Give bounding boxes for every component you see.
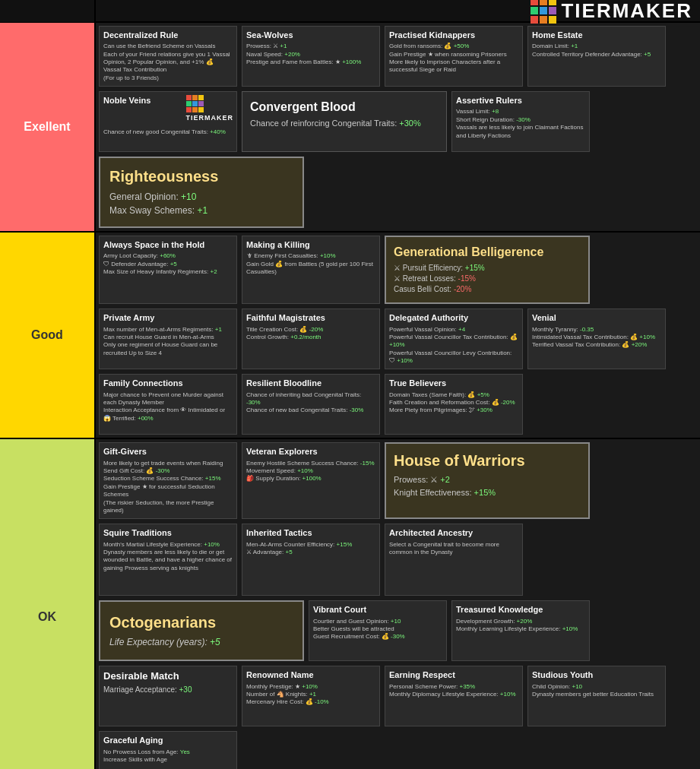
card-title: Architected Ancestry	[389, 528, 518, 538]
header-logo-bg	[0, 0, 96, 22]
card-body: Vassal Limit: +8 Short Reign Duration: -…	[456, 108, 585, 140]
tier-label-text-excellent: Exellent	[24, 119, 70, 135]
card-home-estate: Home Estate Domain Limit: +1 Controlled …	[527, 26, 666, 87]
card-body: Chance of new good Congenital Traits: +4…	[103, 128, 233, 136]
card-title: Righteousness	[109, 167, 293, 185]
card-body: General Opinion: +10 Max Sway Schemes: +…	[109, 190, 293, 217]
card-title: Graceful Aging	[103, 736, 233, 745]
card-body: Major chance to Prevent one Murder again…	[103, 391, 233, 423]
card-sea-wolves: Sea-Wolves Prowess: ⚔ +1 Naval Speed: +2…	[242, 26, 380, 87]
card-decentralized-rule: Decentralized Rule Can use the Befriend …	[99, 26, 237, 87]
card-desirable-match: Desirable Match Marriage Acceptance: +30	[99, 666, 237, 726]
card-earning-respect: Earning Respect Personal Scheme Power: +…	[385, 666, 523, 726]
card-body: Monthly Prestige: ★ +10% Number of 🐴 Kni…	[246, 683, 375, 707]
card-making-killing: Making a Killing 🗡 Enemy First Casualtie…	[242, 236, 380, 304]
card-title: Delegated Authority	[389, 313, 518, 323]
card-veteran-explorers: Veteran Explorers Enemy Hostile Scheme S…	[242, 442, 380, 519]
card-body: Courtier and Guest Opinion: +10 Better G…	[313, 618, 442, 641]
card-title: Private Army	[103, 313, 233, 323]
card-title: Renowned Name	[246, 670, 375, 680]
tier-row-ok: OK Gift-Givers More likely to get trade …	[0, 439, 700, 769]
logo-grid	[531, 0, 556, 24]
card-title: Inherited Tactics	[246, 528, 375, 538]
card-title: Making a Killing	[246, 240, 375, 250]
card-vibrant-court: Vibrant Court Courtier and Guest Opinion…	[309, 600, 447, 661]
card-squire-traditions: Squire Traditions Month's Martial Lifest…	[99, 524, 237, 596]
tier-label-ok: OK	[0, 439, 96, 769]
card-body: Personal Scheme Power: +35% Monthly Dipl…	[389, 683, 518, 699]
card-body: Can use the Befriend Scheme on Vassals E…	[103, 43, 233, 82]
card-title: Always Space in the Hold	[103, 240, 233, 250]
card-body: Chance of reinforcing Congenital Traits:…	[250, 118, 439, 129]
card-body: Men-At-Arms Counter Efficiency: +15% ⚔ A…	[246, 541, 375, 557]
card-title: Squire Traditions	[103, 528, 233, 538]
card-title: Treasured Knowledge	[456, 605, 585, 615]
card-title: Faithful Magistrates	[246, 313, 375, 323]
good-cards: Always Space in the Hold Army Loot Capac…	[96, 233, 700, 438]
card-family-connections: Family Connections Major chance to Preve…	[99, 374, 237, 435]
card-venial: Venial Monthly Tyranny: -0.35 Intimidate…	[527, 309, 666, 369]
tier-row-good: Good Always Space in the Hold Army Loot …	[0, 233, 700, 439]
card-body: Max number of Men-at-Arms Regiments: +1 …	[103, 326, 233, 358]
card-assertive-rulers: Assertive Rulers Vassal Limit: +8 Short …	[451, 91, 590, 152]
tier-label-text-good: Good	[31, 327, 63, 343]
logo-text: TIERMAKER	[561, 0, 692, 23]
card-title: Vibrant Court	[313, 605, 442, 615]
card-body: Marriage Acceptance: +30	[103, 685, 233, 695]
card-title: Veteran Explorers	[246, 447, 375, 457]
ok-cards: Gift-Givers More likely to get trade eve…	[96, 439, 700, 769]
card-title: Generational Belligerence	[394, 245, 581, 259]
card-body: Select a Congenital trait to become more…	[389, 541, 518, 557]
card-body: 🗡 Enemy First Casualties: +10% Gain Gold…	[246, 252, 375, 276]
card-body: Month's Martial Lifestyle Experience: +1…	[103, 541, 233, 573]
card-always-space: Always Space in the Hold Army Loot Capac…	[99, 236, 237, 304]
card-title: Octogenarians	[109, 613, 293, 631]
card-gift-givers: Gift-Givers More likely to get trade eve…	[99, 442, 237, 519]
app-container: TIERMAKER Exellent Decentralized Rule Ca…	[0, 0, 700, 769]
card-title: Desirable Match	[103, 670, 233, 682]
card-title: Sea-Wolves	[246, 30, 375, 40]
tiermaker-logo: TIERMAKER	[531, 0, 692, 24]
card-body: More likely to get trade events when Rai…	[103, 460, 233, 515]
card-body: Domain Taxes (Same Faith): 💰 +5% Faith C…	[389, 391, 518, 415]
card-house-of-warriors: House of Warriors Prowess: ⚔ +2 Knight E…	[385, 442, 590, 519]
tier-label-text-ok: OK	[38, 609, 56, 625]
card-treasured-knowledge: Treasured Knowledge Development Growth: …	[451, 600, 590, 661]
card-delegated-authority: Delegated Authority Powerful Vassal Opin…	[385, 309, 523, 369]
card-title: Resilient Bloodline	[246, 378, 375, 388]
card-private-army: Private Army Max number of Men-at-Arms R…	[99, 309, 237, 369]
card-body: Prowess: ⚔ +1 Naval Speed: +20% Prestige…	[246, 43, 375, 66]
card-octogenarians: Octogenarians Life Expectancy (years): +…	[99, 600, 304, 661]
card-title: Studious Youth	[532, 670, 661, 680]
card-body: Development Growth: +20% Monthly Learnin…	[456, 618, 585, 634]
card-righteousness: Righteousness General Opinion: +10 Max S…	[99, 157, 304, 228]
card-body: Powerful Vassal Opinion: +4 Powerful Vas…	[389, 326, 518, 366]
card-title: Assertive Rulers	[456, 96, 585, 106]
card-title: Practised Kidnappers	[389, 30, 518, 40]
card-renowned-name: Renowned Name Monthly Prestige: ★ +10% N…	[242, 666, 380, 726]
card-body: Life Expectancy (years): +5	[109, 635, 293, 649]
card-noble-veins: TIERMAKER Noble Veins Chance of new good…	[99, 91, 237, 152]
card-title: Venial	[532, 313, 661, 323]
card-title: Convergent Blood	[250, 100, 439, 114]
tier-label-good: Good	[0, 233, 96, 438]
card-title: Family Connections	[103, 378, 233, 388]
card-body: Child Opinion: +10 Dynasty members get b…	[532, 683, 661, 699]
card-practised-kidnappers: Practised Kidnappers Gold from ransoms: …	[385, 26, 523, 87]
card-studious-youth: Studious Youth Child Opinion: +10 Dynast…	[527, 666, 666, 726]
card-architected-ancestry: Architected Ancestry Select a Congenital…	[385, 524, 523, 596]
card-faithful-magistrates: Faithful Magistrates Title Creation Cost…	[242, 309, 380, 369]
card-title: Gift-Givers	[103, 447, 233, 457]
card-body: Army Loot Capacity: +60% 🛡 Defender Adva…	[103, 252, 233, 276]
card-title: True Believers	[389, 378, 518, 388]
card-body: Title Creation Cost: 💰 -20% Control Grow…	[246, 326, 375, 342]
card-body: Domain Limit: +1 Controlled Territory De…	[532, 43, 661, 59]
card-title: Decentralized Rule	[103, 30, 233, 40]
card-body: ⚔ Pursuit Efficiency: +15% ⚔ Retreat Los…	[394, 263, 581, 295]
card-graceful-aging: Graceful Aging No Prowess Loss from Age:…	[99, 731, 237, 769]
tier-label-excellent: Exellent	[0, 23, 96, 231]
excellent-cards: Decentralized Rule Can use the Befriend …	[96, 23, 700, 231]
card-body: Enemy Hostile Scheme Success Chance: -15…	[246, 460, 375, 483]
card-title: Home Estate	[532, 30, 661, 40]
card-convergent-blood: Convergent Blood Chance of reinforcing C…	[242, 91, 447, 152]
